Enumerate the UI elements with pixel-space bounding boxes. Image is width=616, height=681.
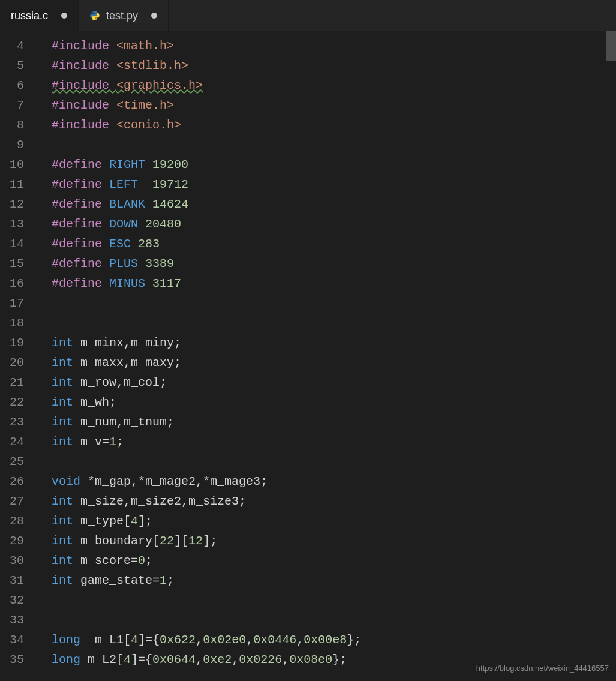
modified-dot-icon <box>151 13 157 19</box>
code-line[interactable]: int m_num,m_tnum; <box>37 412 616 432</box>
python-icon <box>89 10 100 21</box>
line-number: 15 <box>0 254 24 274</box>
code-line[interactable]: #define PLUS 3389 <box>37 254 616 274</box>
line-number: 28 <box>0 511 24 531</box>
tab-label: test.py <box>106 10 138 22</box>
code-line[interactable]: long m_L1[4]={0x622,0x02e0,0x0446,0x00e8… <box>37 630 616 650</box>
code-line[interactable]: int m_score=0; <box>37 551 616 571</box>
code-line[interactable]: int m_row,m_col; <box>37 373 616 392</box>
code-line[interactable] <box>37 452 616 472</box>
tab-bar: russia.ctest.py <box>0 0 616 31</box>
line-number: 18 <box>0 313 24 333</box>
code-line[interactable]: #include <graphics.h> <box>37 76 616 95</box>
line-number: 33 <box>0 610 24 630</box>
line-number: 22 <box>0 392 24 412</box>
line-number: 6 <box>0 76 24 95</box>
code-area[interactable]: #include <math.h> #include <stdlib.h> #i… <box>37 31 616 681</box>
line-number: 9 <box>0 135 24 155</box>
code-line[interactable] <box>37 313 616 333</box>
code-line[interactable]: #define MINUS 3117 <box>37 274 616 293</box>
line-number: 14 <box>0 234 24 254</box>
code-line[interactable]: #include <conio.h> <box>37 115 616 135</box>
line-number: 17 <box>0 293 24 313</box>
line-number: 34 <box>0 630 24 650</box>
code-line[interactable]: int game_state=1; <box>37 571 616 590</box>
code-line[interactable]: #define RIGHT 19200 <box>37 155 616 175</box>
code-line[interactable] <box>37 610 616 630</box>
code-line[interactable] <box>37 293 616 313</box>
editor[interactable]: 4567891011121314151617181920212223242526… <box>0 31 616 681</box>
line-number: 24 <box>0 432 24 452</box>
code-line[interactable]: int m_v=1; <box>37 432 616 452</box>
vertical-scrollbar[interactable] <box>606 31 616 61</box>
line-number: 30 <box>0 551 24 571</box>
line-number: 19 <box>0 333 24 353</box>
code-line[interactable] <box>37 590 616 610</box>
tab-russia-c[interactable]: russia.c <box>0 0 79 31</box>
line-number: 26 <box>0 472 24 491</box>
code-line[interactable]: #include <time.h> <box>37 95 616 115</box>
line-number: 5 <box>0 56 24 76</box>
code-line[interactable]: #define ESC 283 <box>37 234 616 254</box>
code-line[interactable]: int m_wh; <box>37 392 616 412</box>
tab-test-py[interactable]: test.py <box>79 0 169 31</box>
code-line[interactable]: int m_size,m_size2,m_size3; <box>37 491 616 511</box>
code-line[interactable]: #include <stdlib.h> <box>37 56 616 76</box>
line-number: 8 <box>0 115 24 135</box>
line-number: 35 <box>0 650 24 670</box>
line-number: 27 <box>0 491 24 511</box>
tab-label: russia.c <box>11 10 48 22</box>
watermark-text: https://blog.csdn.net/weixin_44416557 <box>476 664 609 673</box>
line-number: 11 <box>0 175 24 194</box>
code-line[interactable]: #define DOWN 20480 <box>37 214 616 234</box>
line-number: 7 <box>0 95 24 115</box>
line-number: 12 <box>0 194 24 214</box>
line-number: 13 <box>0 214 24 234</box>
modified-dot-icon <box>61 13 67 19</box>
code-line[interactable]: int m_minx,m_miny; <box>37 333 616 353</box>
code-line[interactable]: void *m_gap,*m_mage2,*m_mage3; <box>37 472 616 491</box>
line-number: 32 <box>0 590 24 610</box>
code-line[interactable]: int m_type[4]; <box>37 511 616 531</box>
code-line[interactable]: int m_maxx,m_maxy; <box>37 353 616 373</box>
code-line[interactable]: #define BLANK 14624 <box>37 194 616 214</box>
line-number: 20 <box>0 353 24 373</box>
line-number: 21 <box>0 373 24 392</box>
line-number: 23 <box>0 412 24 432</box>
line-number: 29 <box>0 531 24 551</box>
line-number: 10 <box>0 155 24 175</box>
code-line[interactable]: #define LEFT 19712 <box>37 175 616 194</box>
line-number: 16 <box>0 274 24 293</box>
line-number-gutter: 4567891011121314151617181920212223242526… <box>0 31 37 681</box>
code-line[interactable] <box>37 135 616 155</box>
line-number: 31 <box>0 571 24 590</box>
line-number: 25 <box>0 452 24 472</box>
line-number: 4 <box>0 36 24 56</box>
code-line[interactable]: int m_boundary[22][12]; <box>37 531 616 551</box>
code-line[interactable]: #include <math.h> <box>37 36 616 56</box>
